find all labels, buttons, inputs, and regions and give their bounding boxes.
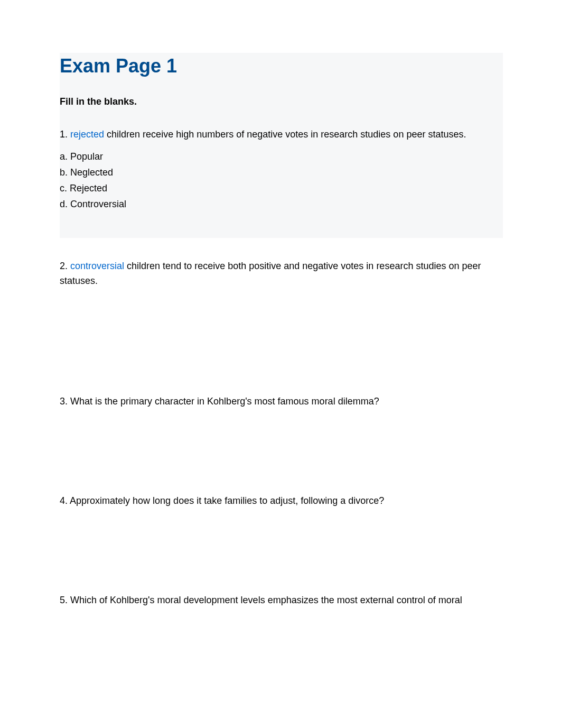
question-1: 1. rejected children receive high number… <box>60 127 503 211</box>
question-1-answer-link[interactable]: rejected <box>70 129 104 140</box>
exam-page: Exam Page 1 Fill in the blanks. 1. rejec… <box>0 0 561 608</box>
question-1-text-after: children receive high numbers of negativ… <box>104 129 466 140</box>
question-1-option-a: a. Popular <box>60 150 503 164</box>
question-3: 3. What is the primary character in Kohl… <box>60 394 503 409</box>
question-1-option-b: b. Neglected <box>60 165 503 180</box>
question-1-option-c: c. Rejected <box>60 181 503 196</box>
question-1-options: a. Popular b. Neglected c. Rejected d. C… <box>60 150 503 212</box>
question-2: 2. controversial children tend to receiv… <box>60 259 503 289</box>
question-3-text: 3. What is the primary character in Kohl… <box>60 396 379 407</box>
question-1-text: 1. rejected children receive high number… <box>60 127 503 142</box>
shaded-section: Exam Page 1 Fill in the blanks. 1. rejec… <box>60 53 503 238</box>
question-5-text: 5. Which of Kohlberg's moral development… <box>60 595 462 605</box>
question-1-number: 1. <box>60 129 68 140</box>
question-2-number: 2. <box>60 261 68 271</box>
question-1-option-d: d. Controversial <box>60 197 503 212</box>
instruction-text: Fill in the blanks. <box>60 96 503 107</box>
question-2-answer-link[interactable]: controversial <box>70 261 124 271</box>
question-4: 4. Approximately how long does it take f… <box>60 494 503 509</box>
page-title: Exam Page 1 <box>60 53 503 77</box>
question-5: 5. Which of Kohlberg's moral development… <box>60 593 503 608</box>
question-4-text: 4. Approximately how long does it take f… <box>60 495 384 506</box>
